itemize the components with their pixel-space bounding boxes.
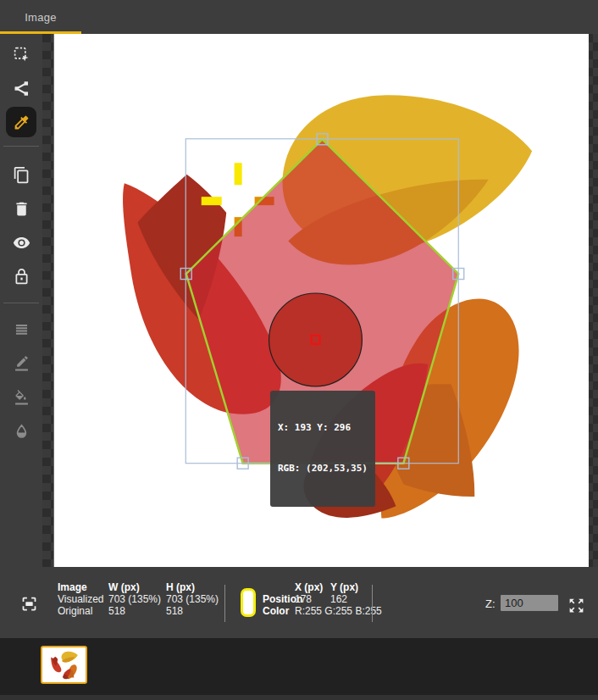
eyedropper-tool-button[interactable] xyxy=(0,105,42,139)
layers-icon xyxy=(13,321,30,339)
pixel-info-table: X (px) Y (px) Position 178 162 Color R:2… xyxy=(263,581,408,617)
position-x-value: 178 xyxy=(295,593,330,605)
visualized-row-label: Visualized xyxy=(58,593,108,605)
tool-sidebar xyxy=(0,34,42,567)
share-icon xyxy=(13,80,30,97)
thumbnail-artwork xyxy=(42,647,86,682)
share-tool-button[interactable] xyxy=(0,71,42,105)
lock-tool-button[interactable] xyxy=(0,259,42,293)
eyedropper-icon xyxy=(13,114,30,131)
image-thumbnail[interactable] xyxy=(41,646,87,684)
tab-image[interactable]: Image xyxy=(0,0,81,34)
lock-icon xyxy=(13,268,30,286)
picked-color-swatch xyxy=(241,588,256,617)
toolbar-divider xyxy=(3,146,39,147)
visualized-width: 703 (135%) xyxy=(108,593,166,605)
original-height: 518 xyxy=(166,605,227,617)
pixel-info-tooltip: X: 193 Y: 296 RGB: (202,53,35) xyxy=(270,391,375,507)
tab-image-label: Image xyxy=(25,11,57,24)
color-sample-circle xyxy=(269,293,363,386)
width-column-header: W (px) xyxy=(108,581,166,593)
focus-view-button[interactable] xyxy=(20,595,38,613)
copy-tool-button[interactable] xyxy=(0,158,42,192)
canvas-area: X: 193 Y: 296 RGB: (202,53,35) xyxy=(42,34,598,567)
rect-select-tool-button[interactable] xyxy=(0,37,42,71)
image-canvas[interactable]: X: 193 Y: 296 RGB: (202,53,35) xyxy=(53,34,589,567)
tooltip-rgb: RGB: (202,53,35) xyxy=(278,462,368,475)
image-size-table: Image W (px) H (px) Visualized 703 (135%… xyxy=(58,581,227,617)
delete-tool-button[interactable] xyxy=(0,192,42,225)
visualized-height: 703 (135%) xyxy=(166,593,227,605)
copy-icon xyxy=(13,166,30,184)
fill-tool-button[interactable] xyxy=(0,381,42,414)
statusbar-divider xyxy=(372,585,373,622)
tab-bar: Image xyxy=(0,0,598,34)
focus-view-icon xyxy=(20,595,38,613)
color-row-label: Color xyxy=(263,605,295,617)
layers-tool-button[interactable] xyxy=(0,313,42,347)
expand-button[interactable] xyxy=(568,597,585,614)
visibility-tool-button[interactable] xyxy=(0,225,42,259)
zoom-label: Z: xyxy=(485,597,496,610)
tooltip-coordinates: X: 193 Y: 296 xyxy=(278,421,368,435)
zoom-input[interactable] xyxy=(501,595,558,611)
pencil-tool-button[interactable] xyxy=(0,347,42,381)
position-row-label: Position xyxy=(263,593,295,605)
height-column-header: H (px) xyxy=(166,581,227,593)
color-rgb-value: R:255 G:255 B:255 xyxy=(295,605,408,617)
x-column-header: X (px) xyxy=(295,581,330,593)
rect-select-icon xyxy=(13,46,30,64)
app-window: Image xyxy=(0,0,598,700)
position-y-value: 162 xyxy=(330,593,408,605)
image-table-header: Image xyxy=(58,581,108,593)
expand-arrows-icon xyxy=(568,597,585,614)
original-width: 518 xyxy=(108,605,166,617)
fill-bucket-icon xyxy=(13,389,30,407)
droplet-tool-button[interactable] xyxy=(0,414,42,448)
eye-icon xyxy=(13,234,30,252)
droplet-icon xyxy=(13,423,30,441)
statusbar-divider xyxy=(224,585,225,622)
original-row-label: Original xyxy=(58,605,108,617)
thumbnail-strip xyxy=(0,638,598,695)
toolbar-divider xyxy=(3,303,39,303)
window-bottom-edge xyxy=(0,695,598,700)
trash-icon xyxy=(13,200,30,218)
main-row: X: 193 Y: 296 RGB: (202,53,35) xyxy=(0,34,598,567)
status-bar: Image W (px) H (px) Visualized 703 (135%… xyxy=(0,567,598,638)
y-column-header: Y (px) xyxy=(330,581,408,593)
pencil-icon xyxy=(13,355,30,373)
